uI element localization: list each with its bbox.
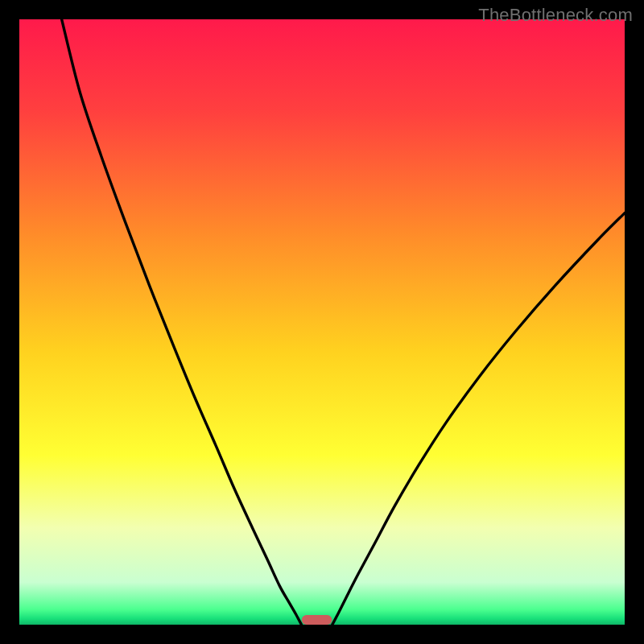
bottleneck-plot: [19, 19, 625, 625]
plot-background: [19, 19, 625, 625]
bottleneck-marker: [302, 615, 332, 625]
watermark-text: TheBottleneck.com: [478, 5, 633, 26]
chart-frame: TheBottleneck.com: [0, 0, 644, 644]
